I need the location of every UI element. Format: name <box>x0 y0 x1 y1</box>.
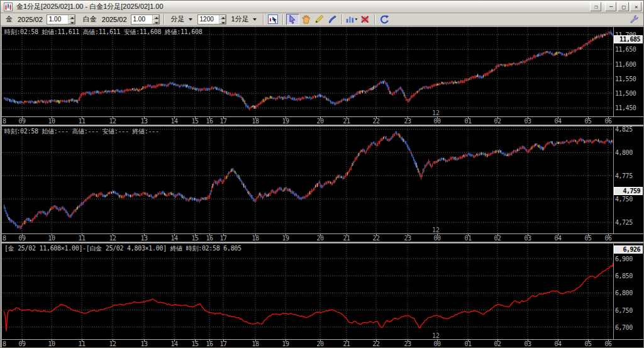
platinum-last-price-badge: 4,759 <box>614 187 643 195</box>
y-tick-label: 6,900 <box>615 255 633 262</box>
float-window-button[interactable]: ❐ <box>590 2 601 11</box>
gold-multiplier-arrows[interactable] <box>68 15 75 24</box>
brush-icon <box>328 14 337 24</box>
close-button[interactable]: × <box>630 2 641 11</box>
hour-label: 16 <box>206 118 213 125</box>
hour-label: 22 <box>372 340 379 347</box>
hour-label: 06 <box>604 340 611 347</box>
gold-multiplier-value[interactable]: 1.00 <box>47 15 68 24</box>
platinum-multiplier-value[interactable]: 1.00 <box>131 15 152 24</box>
pan-tool-button[interactable] <box>299 14 313 25</box>
hour-label: 11 <box>78 340 85 347</box>
hour-label: 04 <box>554 235 561 242</box>
marker-tool-button[interactable] <box>326 14 339 25</box>
bar-count-spinner[interactable]: 1200 <box>197 14 226 25</box>
range-select-button[interactable] <box>267 14 280 25</box>
hour-label: 12 <box>109 340 116 347</box>
settings-button[interactable] <box>628 14 641 25</box>
hour-label: 21 <box>343 340 350 347</box>
app-window: 金1分足[2025/02]1.00 - 白金1分足[2025/02]1.00 ❐… <box>0 0 644 348</box>
refresh-button[interactable] <box>378 14 391 25</box>
hour-label: 09 <box>18 340 25 347</box>
hour-label: 14 <box>170 235 177 242</box>
hour-label: 17 <box>219 340 226 347</box>
hour-label: 17 <box>219 118 226 125</box>
platinum-multiplier-arrows[interactable] <box>152 15 159 24</box>
hour-label: 22 <box>372 235 379 242</box>
spin-up-icon[interactable] <box>69 15 75 20</box>
y-tick-label: 4,825 <box>615 126 633 133</box>
platinum-candlestick-plot[interactable] <box>2 126 614 233</box>
app-chart-icon <box>4 3 13 11</box>
toolbar-separator <box>374 14 375 25</box>
edge-hour-label: 8 <box>3 235 6 242</box>
spread-line-plot[interactable] <box>2 244 614 339</box>
chart-type-button[interactable] <box>345 14 358 25</box>
bar-count-value[interactable]: 1200 <box>198 15 219 24</box>
hour-label: 16 <box>206 235 213 242</box>
spin-down-icon[interactable] <box>153 20 159 24</box>
hour-label: 20 <box>316 340 323 347</box>
hour-label: 20 <box>316 235 323 242</box>
toolbar: 金 2025/02 1.00 白金 2025/02 1.00 分足 1200 1… <box>1 13 643 26</box>
gold-time-axis: 8 09101112131415161718192021222300010203… <box>2 116 643 124</box>
delete-x-icon <box>360 14 370 24</box>
period-type-dropdown[interactable]: 分足 <box>168 14 196 25</box>
hour-label: 23 <box>404 235 411 242</box>
spread-time-axis: 8 09101112131415161718192021222300010203… <box>2 339 643 347</box>
hour-label: 15 <box>191 340 198 347</box>
hour-label: 13 <box>140 235 147 242</box>
hour-label: 18 <box>252 235 258 242</box>
hour-label: 18 <box>252 118 258 125</box>
y-tick-label: 11,550 <box>615 75 636 82</box>
spin-up-icon[interactable] <box>219 15 226 20</box>
y-tick-label: 6,850 <box>615 272 633 279</box>
y-tick-label: 6,750 <box>615 306 633 313</box>
hour-label: 19 <box>282 235 289 242</box>
title-bar[interactable]: 金1分足[2025/02]1.00 - 白金1分足[2025/02]1.00 ❐… <box>1 1 643 13</box>
window-title: 金1分足[2025/02]1.00 - 白金1分足[2025/02]1.00 <box>16 2 164 11</box>
hour-label: 18 <box>252 340 258 347</box>
gold-multiplier-spinner[interactable]: 1.00 <box>47 14 75 25</box>
hour-label: 23 <box>404 340 411 347</box>
hour-label: 21 <box>343 235 350 242</box>
interval-dropdown[interactable]: 1分足 <box>228 14 260 25</box>
chevron-down-icon <box>189 18 192 21</box>
hour-label: 02 <box>494 235 501 242</box>
hour-label: 12 <box>109 235 116 242</box>
spin-down-icon[interactable] <box>69 20 75 24</box>
hour-label: 03 <box>524 235 531 242</box>
bar-count-arrows[interactable] <box>219 15 226 24</box>
period-type-value: 分足 <box>171 14 185 24</box>
y-tick-label: 11,650 <box>615 46 636 53</box>
hour-label: 01 <box>464 340 471 347</box>
gold-chart-panel: 時刻:02:58 始値:11,611 高値:11,611 安値:11,608 終… <box>1 26 644 125</box>
hour-label: 09 <box>18 118 25 125</box>
platinum-price-axis: 4,7254,7504,7754,8004,825 4,759 <box>614 126 643 233</box>
spin-down-icon[interactable] <box>219 20 226 24</box>
spin-up-icon[interactable] <box>153 15 159 20</box>
delete-drawing-button[interactable] <box>358 14 372 25</box>
minimize-button[interactable]: ─ <box>605 2 616 11</box>
hour-label: 13 <box>140 340 147 347</box>
platinum-month-label: 2025/02 <box>102 16 127 23</box>
spread-price-axis: 6,7006,7506,8006,8506,900 6,926 <box>614 244 643 339</box>
hour-label: 05 <box>584 235 591 242</box>
draw-line-button[interactable] <box>313 14 326 25</box>
pencil-icon <box>314 14 324 24</box>
hour-label: 10 <box>48 340 55 347</box>
hour-label: 15 <box>191 118 198 125</box>
hour-label: 10 <box>48 235 55 242</box>
toolbar-separator <box>282 14 284 25</box>
platinum-chart-panel: 時刻:02:58 始値:--- 高値:--- 安値:--- 終値:--- 4,7… <box>1 126 644 242</box>
spread-chart-panel: [金 25/02 11,608×1.00]-[白金 25/02 4,803×1.… <box>1 243 644 348</box>
hour-label: 14 <box>170 118 177 125</box>
gold-candlestick-plot[interactable] <box>2 27 614 116</box>
spread-last-price-badge: 6,926 <box>614 245 643 254</box>
platinum-time-axis: 8 09101112131415161718192021222300010203… <box>2 233 643 241</box>
wrench-icon <box>630 14 639 24</box>
cursor-tool-button[interactable] <box>286 14 299 25</box>
platinum-multiplier-spinner[interactable]: 1.00 <box>131 14 160 25</box>
gold-label: 金 <box>6 14 13 24</box>
maximize-button[interactable]: □ <box>618 2 629 11</box>
